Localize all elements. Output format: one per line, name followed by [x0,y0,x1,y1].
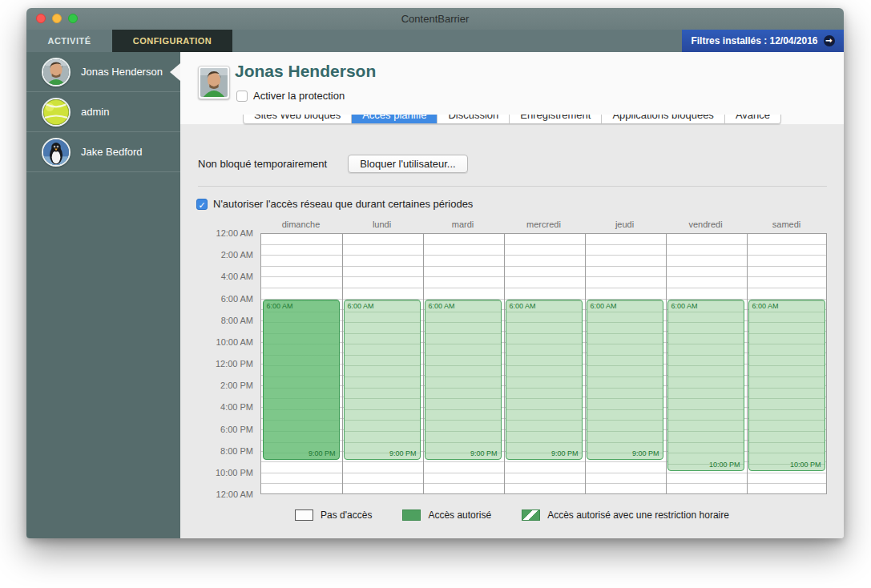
section-tabs-row: Sites Web bloquésAccès planifiéDiscussio… [180,115,844,133]
day-label-vendredi: vendredi [665,219,746,229]
profile-avatar [198,66,230,99]
minimize-button[interactable] [52,14,62,23]
schedule-checkbox-row[interactable]: ✓ N'autoriser l'accès réseau que durant … [196,198,473,210]
block-end-time: 9:00 PM [470,449,498,457]
day-label-dimanche: dimanche [260,219,341,229]
sidebar-user-jake-bedford[interactable]: Jake Bedford [26,132,180,172]
penguin-avatar-icon [42,138,71,167]
time-label: 12:00 AM [216,489,253,499]
protection-checkbox[interactable] [236,91,248,102]
hour-gridline [261,244,826,245]
day-label-mercredi: mercredi [503,219,584,229]
schedule-grid[interactable]: 6:00 AM9:00 PM6:00 AM9:00 PM6:00 AM9:00 … [260,233,827,494]
sidebar-user-jonas-henderson[interactable]: Jonas Henderson [26,52,180,92]
sidebar-user-admin[interactable]: admin [26,92,180,132]
day-label-mardi: mardi [422,219,503,229]
legend-swatch-none [295,509,313,521]
hour-gridline [261,276,826,277]
block-start-time: 6:00 AM [429,302,455,310]
time-label: 6:00 PM [220,425,253,434]
legend: Pas d'accèsAccès autoriséAccès autorisé … [180,509,844,521]
time-label: 10:00 AM [216,337,253,347]
day-gridline [342,234,343,493]
legend-label: Accès autorisé avec une restriction hora… [547,509,729,521]
time-label: 12:00 PM [216,359,253,369]
block-end-time: 9:00 PM [308,449,336,457]
block-end-time: 9:00 PM [389,449,417,457]
day-label-jeudi: jeudi [584,219,665,229]
man-photo-avatar-icon [42,58,71,87]
time-label: 6:00 AM [221,294,253,304]
day-gridline [747,234,748,493]
schedule-checkbox-label: N'autoriser l'accès réseau que durant ce… [213,198,473,210]
hour-gridline [261,473,826,473]
access-block-mercredi[interactable]: 6:00 AM9:00 PM [506,300,583,461]
app-window: ContentBarrier ACTIVITÉ CONFIGURATION Fi… [26,8,844,538]
time-label: 8:00 AM [221,316,253,325]
traffic-lights [36,14,78,23]
titlebar: ContentBarrier [26,8,844,30]
filters-installed-label: Filtres installés : 12/04/2016 [691,35,817,46]
block-end-time: 10:00 PM [790,461,821,469]
access-block-jeudi[interactable]: 6:00 AM9:00 PM [587,300,663,461]
block-start-time: 6:00 AM [752,302,779,310]
hour-gridline [261,483,826,484]
block-start-time: 6:00 AM [671,302,698,310]
close-button[interactable] [36,14,46,23]
block-start-time: 6:00 AM [510,302,536,310]
window-title: ContentBarrier [401,13,470,25]
user-name: admin [81,106,109,118]
block-user-button[interactable]: Bloquer l'utilisateur... [348,155,468,173]
block-start-time: 6:00 AM [591,302,617,310]
time-label: 10:00 PM [216,468,253,477]
scheduled-access-pane: Non bloqué temporairement Bloquer l'util… [180,133,844,538]
legend-label: Accès autorisé [428,509,491,521]
time-label: 4:00 PM [220,402,253,412]
filters-installed-button[interactable]: Filtres installés : 12/04/2016 ➞ [682,30,844,52]
block-start-time: 6:00 AM [348,302,374,310]
legend-item-none: Pas d'accès [295,509,372,521]
zoom-button[interactable] [68,14,78,23]
nav-tab-configuration[interactable]: CONFIGURATION [112,30,232,52]
legend-swatch-restricted [522,509,540,521]
day-gridline [504,234,505,493]
protection-checkbox-row[interactable]: Activer la protection [236,90,345,102]
arrow-right-icon: ➞ [824,35,835,46]
block-end-time: 10:00 PM [709,461,740,469]
user-name: Jonas Henderson [81,66,163,78]
time-label: 2:00 PM [220,381,253,390]
access-block-lundi[interactable]: 6:00 AM9:00 PM [344,300,421,461]
divider [198,186,827,187]
time-label: 8:00 PM [220,446,253,456]
block-start-time: 6:00 AM [267,302,293,310]
nav-tab-activite[interactable]: ACTIVITÉ [26,30,112,52]
legend-item-restricted: Accès autorisé avec une restriction hora… [522,509,729,521]
access-block-dimanche[interactable]: 6:00 AM9:00 PM [263,300,340,461]
nav-spacer [232,30,682,52]
time-label: 4:00 AM [221,272,253,281]
block-end-time: 9:00 PM [632,449,659,457]
profile-name: Jonas Henderson [235,62,376,81]
access-block-vendredi[interactable]: 6:00 AM10:00 PM [667,300,744,471]
hour-gridline [261,266,826,267]
access-block-samedi[interactable]: 6:00 AM10:00 PM [748,300,825,471]
user-sidebar: Jonas HendersonadminJake Bedford [26,52,180,538]
weekly-schedule: dimanchelundimardimercredijeudivendredis… [180,213,844,501]
legend-item-allowed: Accès autorisé [402,509,491,521]
time-label: 12:00 AM [216,228,253,238]
day-label-samedi: samedi [746,219,827,229]
protection-checkbox-label: Activer la protection [253,90,345,102]
access-block-mardi[interactable]: 6:00 AM9:00 PM [425,300,502,461]
tennis-ball-avatar-icon [42,98,71,127]
hour-gridline [261,288,826,288]
block-end-time: 9:00 PM [551,449,579,457]
schedule-checkbox[interactable]: ✓ [196,199,208,210]
man-photo-avatar [200,68,228,97]
main-panel: Jonas Henderson Activer la protection Si… [180,52,844,538]
hour-gridline [261,255,826,256]
main-nav: ACTIVITÉ CONFIGURATION Filtres installés… [26,30,844,52]
legend-swatch-allowed [402,509,421,521]
selected-user-arrow [170,63,180,81]
profile-header: Jonas Henderson Activer la protection [180,52,844,115]
day-label-lundi: lundi [341,219,422,229]
